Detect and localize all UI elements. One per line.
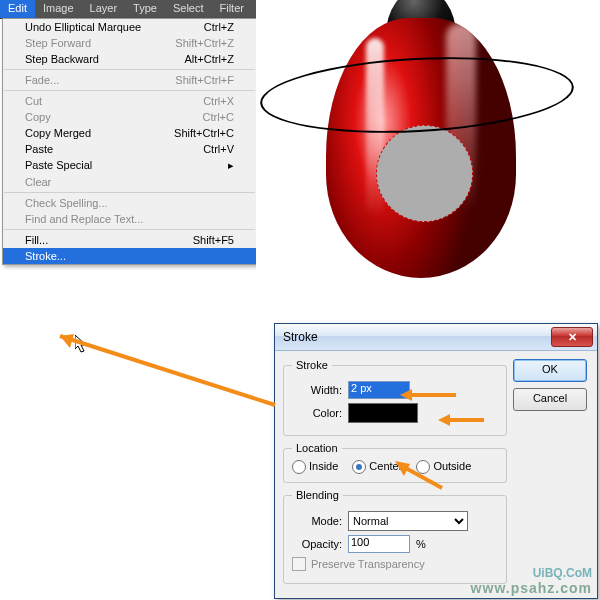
radio-center[interactable]: Center [352, 460, 402, 474]
menu-separator [4, 90, 255, 91]
dialog-title: Stroke [279, 330, 551, 344]
blending-group: Blending Mode: Normal Opacity: 100 % Pre… [283, 489, 507, 584]
menubar-item-image[interactable]: Image [35, 0, 82, 18]
edit-menu: Undo Elliptical MarqueeCtrl+Z Step Forwa… [2, 18, 257, 265]
opacity-input[interactable]: 100 [348, 535, 410, 553]
ok-button[interactable]: OK [513, 359, 587, 382]
dialog-titlebar[interactable]: Stroke ✕ [275, 324, 597, 351]
menubar-item-layer[interactable]: Layer [82, 0, 126, 18]
color-label: Color: [292, 407, 342, 419]
menu-clear: Clear [3, 174, 256, 190]
menu-find-replace: Find and Replace Text... [3, 211, 256, 227]
menu-stroke[interactable]: Stroke... [3, 248, 256, 264]
location-legend: Location [292, 442, 342, 454]
menubar-item-filter[interactable]: Filter [212, 0, 252, 18]
menu-paste[interactable]: PasteCtrl+V [3, 141, 256, 157]
menubar-item-type[interactable]: Type [125, 0, 165, 18]
svg-marker-0 [75, 335, 86, 352]
width-label: Width: [292, 384, 342, 396]
opacity-label: Opacity: [292, 538, 342, 550]
menu-separator [4, 229, 255, 230]
radio-inside[interactable]: Inside [292, 460, 338, 474]
menu-undo[interactable]: Undo Elliptical MarqueeCtrl+Z [3, 19, 256, 35]
preserve-checkbox[interactable] [292, 557, 306, 571]
opacity-suffix: % [416, 538, 426, 550]
stroke-legend: Stroke [292, 359, 332, 371]
menu-fade: Fade...Shift+Ctrl+F [3, 72, 256, 88]
width-input[interactable]: 2 px [348, 381, 410, 399]
menu-paste-special[interactable]: Paste Special▸ [3, 157, 256, 174]
svg-line-1 [60, 336, 275, 405]
menu-step-forward: Step ForwardShift+Ctrl+Z [3, 35, 256, 51]
menu-separator [4, 192, 255, 193]
menu-check-spelling: Check Spelling... [3, 195, 256, 211]
menu-separator [4, 69, 255, 70]
stroke-dialog: Stroke ✕ Stroke Width: 2 px Color: Locat… [274, 323, 598, 599]
menu-copy: CopyCtrl+C [3, 109, 256, 125]
stroke-group: Stroke Width: 2 px Color: [283, 359, 507, 436]
watermark: UiBQ.CoM [533, 566, 592, 580]
preserve-label: Preserve Transparency [311, 558, 425, 570]
cancel-button[interactable]: Cancel [513, 388, 587, 411]
rocket-window-selection [376, 125, 473, 222]
location-group: Location Inside Center Outside [283, 442, 507, 483]
blending-legend: Blending [292, 489, 343, 501]
menubar-item-select[interactable]: Select [165, 0, 212, 18]
menu-copy-merged[interactable]: Copy MergedShift+Ctrl+C [3, 125, 256, 141]
close-button[interactable]: ✕ [551, 327, 593, 347]
mode-label: Mode: [292, 515, 342, 527]
menu-step-backward[interactable]: Step BackwardAlt+Ctrl+Z [3, 51, 256, 67]
rocket-illustration [306, 0, 536, 280]
cursor-icon [75, 335, 89, 353]
watermark: www.psahz.com [471, 580, 592, 596]
menu-cut: CutCtrl+X [3, 93, 256, 109]
color-swatch[interactable] [348, 403, 418, 423]
menubar-item-edit[interactable]: Edit [0, 0, 35, 18]
svg-marker-2 [60, 334, 74, 348]
radio-outside[interactable]: Outside [416, 460, 471, 474]
menu-fill[interactable]: Fill...Shift+F5 [3, 232, 256, 248]
mode-select[interactable]: Normal [348, 511, 468, 531]
